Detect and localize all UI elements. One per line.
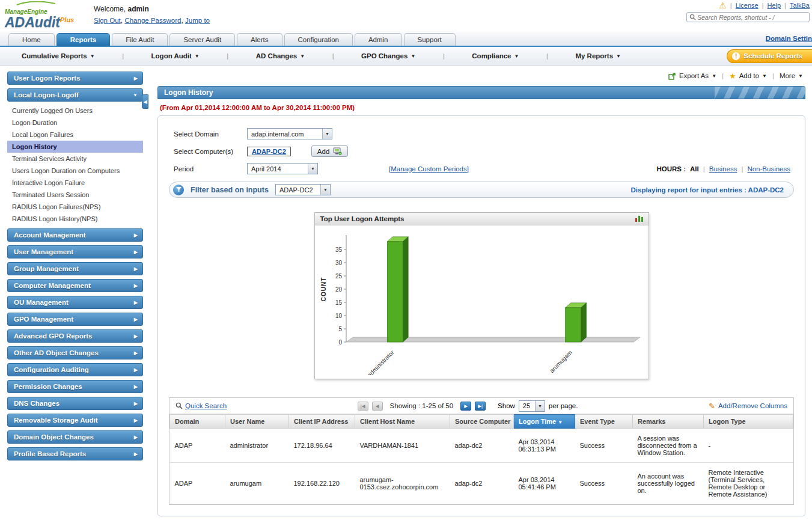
chevron-right-icon: ▶ (134, 317, 138, 322)
warning-icon[interactable]: ⚠ (719, 2, 727, 9)
search-box[interactable] (686, 12, 810, 22)
subnav-item-ad-changes[interactable]: AD Changes▼ (251, 52, 310, 60)
column-header-domain[interactable]: Domain (170, 415, 225, 429)
app-logo[interactable]: ManageEngine ADAuditPlus (0, 0, 90, 31)
domain-dropdown[interactable]: adap.internal.com ▼ (247, 128, 332, 139)
column-header-event-type[interactable]: Event Type (575, 415, 633, 429)
sidebar-section-dns-changes[interactable]: DNS Changes▶ (7, 397, 143, 410)
column-header-client-host-name[interactable]: Client Host Name (355, 415, 450, 429)
sidebar-section-permission-changes[interactable]: Permission Changes▶ (7, 380, 143, 393)
sidebar-section-account-management[interactable]: Account Management▶ (7, 228, 143, 242)
page-size-dropdown[interactable]: 25 ▼ (519, 400, 545, 412)
chevron-right-icon: ▶ (134, 451, 138, 457)
sidebar-section-removable-storage-audit[interactable]: Removable Storage Audit▶ (7, 414, 143, 427)
sign-out-link[interactable]: Sign Out (94, 17, 121, 24)
column-header-user-name[interactable]: User Name (225, 415, 289, 429)
prev-page-button[interactable]: ◀ (372, 402, 383, 411)
chart-bar[interactable] (565, 308, 581, 342)
filter-info-icon[interactable] (173, 185, 184, 195)
talkback-link[interactable]: TalkBa (790, 2, 810, 9)
table-cell: arumugam-0153.csez.zohocorpin.com (355, 463, 450, 504)
tab-server-audit[interactable]: Server Audit (169, 33, 235, 46)
more-button[interactable]: More ▼ (780, 72, 803, 79)
sidebar-section-user-management[interactable]: User Management▶ (7, 245, 143, 258)
subnav-item-gpo-changes[interactable]: GPO Changes▼ (356, 52, 420, 60)
svg-text:20: 20 (335, 286, 342, 293)
tab-file-audit[interactable]: File Audit (112, 33, 168, 46)
sidebar-item-users-logon-duration-on-computers[interactable]: Users Logon Duration on Computers (7, 165, 143, 177)
subnav-item-cumulative-reports[interactable]: Cumulative Reports▼ (17, 52, 100, 60)
chevron-right-icon: ▶ (134, 334, 138, 339)
select-domain-label: Select Domain (174, 130, 247, 138)
sidebar-section-group-management[interactable]: Group Management▶ (7, 262, 143, 275)
sidebar-item-radius-logon-history-nps[interactable]: RADIUS Logon History(NPS) (7, 213, 143, 225)
hours-nonbusiness-link[interactable]: Non-Business (747, 165, 790, 173)
sidebar-item-logon-duration[interactable]: Logon Duration (7, 117, 143, 129)
sidebar-section-ou-management[interactable]: OU Management▶ (7, 296, 143, 309)
sidebar-item-local-logon-failures[interactable]: Local Logon Failures (7, 129, 143, 141)
add-remove-columns-link[interactable]: ✎ Add/Remove Columns (709, 402, 787, 411)
next-page-button[interactable]: ▶ (460, 402, 471, 411)
bar-chart-icon[interactable] (635, 216, 643, 222)
search-input[interactable] (696, 13, 807, 22)
manage-custom-periods-link[interactable]: [Manage Custom Periods] (389, 165, 469, 173)
chevron-right-icon: ▶ (134, 266, 138, 272)
chevron-down-icon: ▼ (712, 73, 716, 79)
tab-configuration[interactable]: Configuration (284, 33, 353, 46)
chart-bar[interactable] (387, 242, 403, 342)
last-page-button[interactable]: ▶| (475, 402, 486, 411)
sidebar-item-interactive-logon-failure[interactable]: Interactive Logon Failure (7, 177, 143, 189)
tab-reports[interactable]: Reports (56, 33, 110, 46)
column-header-logon-type[interactable]: Logon Type (704, 415, 793, 429)
sidebar-item-currently-logged-on-users[interactable]: Currently Logged On Users (7, 105, 143, 117)
sidebar-section-user-logon-reports[interactable]: User Logon Reports▶ (7, 72, 143, 85)
subnav-item-compliance[interactable]: Compliance▼ (467, 52, 524, 60)
sidebar-section-domain-object-changes[interactable]: Domain Object Changes▶ (7, 430, 143, 444)
subnav-item-my-reports[interactable]: My Reports▼ (570, 52, 626, 60)
column-header-source-computer[interactable]: Source Computer (450, 415, 514, 429)
sidebar-section-profile-based-reports[interactable]: Profile Based Reports▶ (7, 447, 143, 460)
column-header-remarks[interactable]: Remarks (633, 415, 704, 429)
sidebar-section-local-logon-logoff[interactable]: Local Logon-Logoff▼ (7, 88, 143, 102)
add-to-button[interactable]: ★ Add to ▼ (729, 72, 767, 81)
subnav: Cumulative Reports▼|Logon Audit▼|AD Chan… (0, 47, 812, 66)
tab-home[interactable]: Home (8, 33, 55, 46)
tab-admin[interactable]: Admin (355, 33, 402, 46)
sidebar-item-radius-logon-failures-nps[interactable]: RADIUS Logon Failures(NPS) (7, 201, 143, 213)
help-link[interactable]: Help (767, 2, 781, 9)
sidebar-item-terminated-users-session[interactable]: Terminated Users Session (7, 189, 143, 201)
column-header-client-ip-address[interactable]: Client IP Address (289, 415, 355, 429)
sidebar-section-other-ad-object-changes[interactable]: Other AD Object Changes▶ (7, 346, 143, 359)
export-as-button[interactable]: Export As ▼ (668, 72, 716, 80)
license-link[interactable]: License (736, 2, 759, 9)
subnav-item-logon-audit[interactable]: Logon Audit▼ (147, 52, 204, 60)
sidebar-section-advanced-gpo-reports[interactable]: Advanced GPO Reports▶ (7, 329, 143, 343)
tab-alerts[interactable]: Alerts (237, 33, 282, 46)
hours-all[interactable]: All (690, 165, 699, 173)
computer-chip[interactable]: ADAP-DC2 (247, 147, 291, 156)
sidebar-item-terminal-services-activity[interactable]: Terminal Services Activity (7, 153, 143, 165)
period-dropdown[interactable]: April 2014 ▼ (247, 163, 318, 174)
per-page-label: per page. (549, 402, 578, 409)
tab-support[interactable]: Support (404, 33, 456, 46)
filter-input-dropdown[interactable]: ADAP-DC2 ▼ (275, 184, 331, 195)
add-button[interactable]: Add (311, 145, 348, 157)
change-password-link[interactable]: Change Password (124, 17, 181, 24)
sidebar-section-gpo-management[interactable]: GPO Management▶ (7, 313, 143, 326)
sidebar-item-logon-history[interactable]: Logon History (7, 141, 143, 153)
table-header-row: DomainUser NameClient IP AddressClient H… (170, 415, 793, 429)
domain-dropdown-value: adap.internal.com (248, 130, 322, 138)
column-header-logon-time[interactable]: Logon Time▼ (514, 415, 575, 429)
chevron-right-icon: ▶ (134, 300, 138, 305)
domain-settings-link[interactable]: Domain Settin (766, 35, 812, 42)
add-button-label: Add (317, 148, 329, 155)
hours-business-link[interactable]: Business (709, 165, 737, 173)
table-cell: Success (575, 429, 633, 463)
quick-search-link[interactable]: Quick Search (176, 402, 227, 409)
sidebar-section-computer-management[interactable]: Computer Management▶ (7, 279, 143, 292)
sidebar-collapse-handle[interactable]: ◀ (142, 94, 148, 109)
first-page-button[interactable]: |◀ (358, 402, 368, 411)
jump-to-link[interactable]: Jump to (185, 17, 210, 24)
sidebar-section-configuration-auditing[interactable]: Configuration Auditing▶ (7, 363, 143, 376)
schedule-reports-button[interactable]: ! Schedule Reports (727, 49, 812, 63)
